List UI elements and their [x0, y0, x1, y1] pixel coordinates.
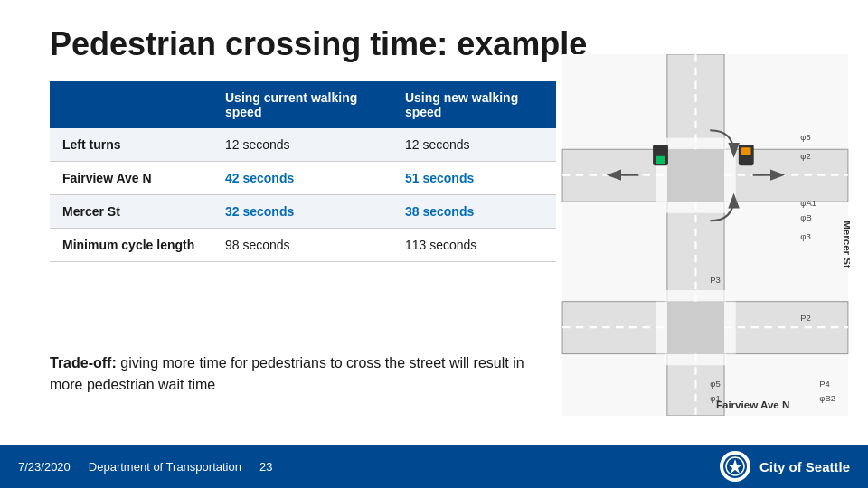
tradeoff-label: Trade-off:: [50, 355, 117, 371]
footer-department: Department of Transportation: [89, 460, 241, 474]
diagram-svg: Mercer St Fairview Ave N φ6 φ2 φA1 φB φ3…: [561, 54, 850, 416]
row-label: Minimum cycle length: [50, 229, 212, 262]
svg-text:φ5: φ5: [710, 379, 720, 389]
svg-rect-4: [667, 149, 724, 202]
row-new-speed: 12 seconds: [392, 128, 556, 162]
svg-text:P2: P2: [800, 313, 811, 323]
svg-rect-5: [667, 302, 724, 354]
row-new-speed: 38 seconds: [392, 195, 556, 229]
row-current-speed: 98 seconds: [212, 229, 392, 262]
footer: 7/23/2020 Department of Transportation 2…: [0, 445, 868, 488]
table-row: Left turns12 seconds12 seconds: [50, 128, 556, 162]
svg-text:φA1: φA1: [800, 198, 816, 208]
slide: Pedestrian crossing time: example Using …: [0, 0, 868, 488]
crossing-time-table: Using current walking speed Using new wa…: [50, 81, 556, 262]
svg-rect-14: [665, 202, 726, 213]
svg-text:φ6: φ6: [800, 132, 810, 142]
svg-rect-16: [724, 149, 736, 202]
svg-text:φ3: φ3: [800, 231, 810, 241]
svg-text:φ2: φ2: [800, 151, 810, 161]
svg-text:φ1: φ1: [710, 393, 720, 403]
svg-rect-17: [665, 290, 726, 302]
svg-rect-19: [656, 302, 667, 354]
seattle-logo: [720, 451, 750, 482]
tradeoff-body: giving more time for pedestrians to cros…: [50, 355, 524, 392]
row-label: Left turns: [50, 128, 212, 162]
table-body: Left turns12 seconds12 secondsFairview A…: [50, 128, 556, 262]
svg-rect-18: [665, 354, 726, 366]
footer-right: City of Seattle: [720, 451, 850, 482]
row-current-speed: 42 seconds: [212, 162, 392, 195]
row-label: Mercer St: [50, 195, 212, 229]
tradeoff-text: Trade-off: giving more time for pedestri…: [50, 352, 529, 396]
footer-left: 7/23/2020 Department of Transportation 2…: [18, 460, 272, 474]
svg-rect-23: [741, 156, 751, 164]
svg-rect-22: [741, 147, 751, 155]
footer-city: City of Seattle: [760, 459, 850, 474]
col-header-empty: [50, 81, 212, 128]
row-new-speed: 51 seconds: [392, 162, 556, 195]
row-current-speed: 32 seconds: [212, 195, 392, 229]
table-row: Mercer St32 seconds38 seconds: [50, 195, 556, 229]
svg-rect-25: [656, 147, 665, 155]
table-row: Minimum cycle length98 seconds113 second…: [50, 229, 556, 262]
svg-text:φB2: φB2: [819, 393, 835, 403]
col-header-current: Using current walking speed: [212, 81, 392, 128]
row-label: Fairview Ave N: [50, 162, 212, 195]
svg-text:P3: P3: [710, 275, 721, 285]
table-header-row: Using current walking speed Using new wa…: [50, 81, 556, 128]
svg-text:Fairview Ave N: Fairview Ave N: [716, 399, 789, 410]
footer-page: 23: [259, 460, 272, 474]
intersection-diagram: Mercer St Fairview Ave N φ6 φ2 φA1 φB φ3…: [561, 54, 850, 416]
svg-rect-20: [724, 302, 736, 354]
svg-text:Mercer St: Mercer St: [842, 221, 850, 268]
svg-rect-13: [665, 138, 726, 150]
col-header-new: Using new walking speed: [392, 81, 556, 128]
svg-rect-26: [656, 156, 665, 164]
svg-text:P4: P4: [819, 379, 830, 389]
footer-date: 7/23/2020: [18, 460, 71, 474]
row-current-speed: 12 seconds: [212, 128, 392, 162]
svg-text:φB: φB: [800, 212, 811, 222]
page-title: Pedestrian crossing time: example: [50, 25, 587, 63]
seattle-logo-svg: [722, 454, 748, 479]
row-new-speed: 113 seconds: [392, 229, 556, 262]
table-row: Fairview Ave N42 seconds51 seconds: [50, 162, 556, 195]
table-container: Using current walking speed Using new wa…: [50, 81, 556, 262]
